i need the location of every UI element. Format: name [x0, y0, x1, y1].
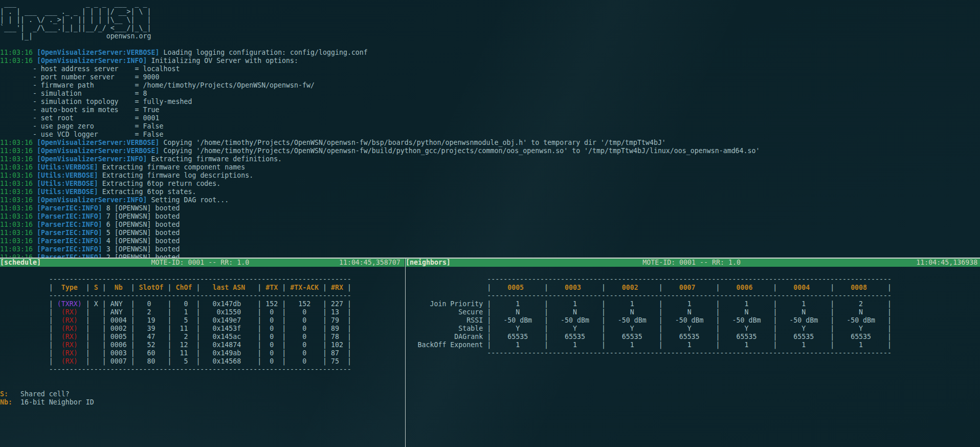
log-line: 11:03:16 [ParserIEC:INFO] 7 [OPENWSN] bo… [0, 212, 180, 220]
log-line: - simulation topology = fully-meshed [0, 98, 192, 105]
table-row: | (RX) | | 0007 | 80 | 5 | 0x14568 | 0 |… [0, 357, 351, 365]
legend-line: S: Shared cell? [0, 390, 70, 398]
log-line: 11:03:16 [OpenVisualizerServer:INFO] Ini… [0, 57, 298, 65]
table-row: | (RX) | | 0004 | 19 | 5 | 0x149e7 | 0 |… [0, 316, 351, 324]
bar-mote-id: MOTE-ID: 0001 -- RR: 1.0 [642, 259, 741, 266]
log-line: - use page zero = False [0, 122, 163, 130]
banner-line: `___'| _/\___.|_|_||__/_/ <___/|_\_| [0, 24, 151, 32]
bar-timestamp: 11:04:45,358707 [339, 259, 400, 266]
log-line: 11:03:16 [ParserIEC:INFO] 4 [OPENWSN] bo… [0, 237, 180, 245]
table-rule: ----------------------------------------… [406, 349, 892, 357]
log-line: - simulation = 8 [0, 90, 147, 97]
table-row: | (TXRX) | X | ANY | 0 | 0 | 0x147db | 1… [0, 300, 351, 308]
log-line: - auto-boot sim motes = True [0, 106, 159, 114]
table-row: | (RX) | | 0002 | 39 | 11 | 0x1453f | 0 … [0, 325, 351, 332]
table-row: Secure | N | N | N | N | N | N | N | [406, 308, 892, 316]
log-line: 11:03:16 [OpenVisualizerServer:INFO] Ext… [0, 155, 282, 163]
log-line: 11:03:16 [ParserIEC:INFO] 5 [OPENWSN] bo… [0, 229, 180, 237]
bar-timestamp: 11:04:45,136938 [916, 259, 977, 266]
log-line: - set root = 0001 [0, 114, 159, 122]
log-line: 11:03:16 [OpenVisualizerServer:VERBOSE] … [0, 147, 760, 155]
log-line: - use VCD logger = False [0, 131, 163, 138]
log-line: 11:03:16 [Utils:VERBOSE] Extracting firm… [0, 172, 253, 179]
log-line: 11:03:16 [ParserIEC:INFO] 8 [OPENWSN] bo… [0, 204, 180, 212]
log-line: 11:03:16 [OpenVisualizerServer:VERBOSE] … [0, 49, 368, 56]
log-line: 11:03:16 [OpenVisualizerServer:INFO] Set… [0, 196, 229, 204]
neighbors-pane[interactable]: ----------------------------------------… [406, 267, 980, 447]
neighbors-status-bar: [neighbors] MOTE-ID: 0001 -- RR: 1.0 11:… [406, 259, 980, 267]
log-line: 11:03:16 [Utils:VERBOSE] Extracting 6top… [0, 180, 220, 187]
table-rule: ----------------------------------------… [0, 292, 351, 300]
table-rule: ----------------------------------------… [406, 292, 892, 300]
table-row: DAGrank | 65535 | 65535 | 65535 | 65535 … [406, 333, 892, 340]
table-row: BackOff Exponent | 1 | 1 | 1 | 1 | 1 | 1… [406, 341, 892, 349]
table-row: | (RX) | | 0005 | 47 | 2 | 0x145ac | 0 |… [0, 333, 351, 340]
log-line: 11:03:16 [OpenVisualizerServer:VERBOSE] … [0, 139, 666, 146]
bar-mote-id: MOTE-ID: 0001 -- RR: 1.0 [151, 259, 250, 266]
table-header: | Type | S | Nb | SlotOf | ChOf | last A… [0, 284, 351, 291]
pane-title: [neighbors] [406, 259, 451, 266]
terminal-screen: { "banner": { "lines": [ " ___ _ _ _ ___… [0, 0, 980, 447]
banner-line: ___ _ _ _ ___ _ _ [0, 0, 151, 7]
table-row: | (RX) | | ANY | 2 | 1 | 0x1550 | 0 | 0 … [0, 308, 351, 316]
log-line: 11:03:16 [Utils:VERBOSE] Extracting firm… [0, 163, 245, 171]
log-line: 11:03:16 [Utils:VERBOSE] Extracting 6top… [0, 188, 196, 196]
table-row: | (RX) | | 0003 | 60 | 11 | 0x149ab | 0 … [0, 349, 351, 357]
banner-line: | | || . \/ ._>| ' || | | |\__ \| | [0, 16, 151, 24]
log-line: - host address server = localhost [0, 65, 180, 73]
log-line: - port number server = 9000 [0, 73, 159, 81]
table-rule: ----------------------------------------… [0, 366, 351, 373]
table-header: | 0005 | 0003 | 0002 | 0007 | 0006 | 000… [406, 284, 892, 291]
schedule-status-bar: [schedule] MOTE-ID: 0001 -- RR: 1.0 11:0… [0, 259, 405, 267]
table-rule: ----------------------------------------… [406, 275, 892, 283]
log-pane[interactable]: ___ _ _ _ ___ _ _ | . | ___ ___ ._ _ | |… [0, 0, 980, 258]
banner-line: | . | ___ ___ ._ _ | | | |/ __>| \ | [0, 8, 151, 15]
log-line: 11:03:16 [ParserIEC:INFO] 2 [OPENWSN] bo… [0, 253, 180, 258]
table-row: | (RX) | | 0006 | 52 | 12 | 0x14874 | 0 … [0, 341, 351, 349]
schedule-pane[interactable]: ----------------------------------------… [0, 267, 405, 447]
log-line: - firmware path = /home/timothy/Projects… [0, 81, 315, 89]
log-line: 11:03:16 [ParserIEC:INFO] 6 [OPENWSN] bo… [0, 221, 180, 228]
pane-title: [schedule] [0, 259, 41, 266]
table-row: Join Priority | 1 | 1 | 1 | 1 | 1 | 1 | … [406, 300, 892, 308]
banner-line: |_| openwsn.org [0, 32, 151, 40]
legend-line: Nb: 16-bit Neighbor ID [0, 398, 94, 406]
table-rule: ----------------------------------------… [0, 275, 351, 283]
table-row: RSSI | -50 dBm | -50 dBm | -50 dBm | -50… [406, 316, 892, 324]
log-line: 11:03:16 [ParserIEC:INFO] 3 [OPENWSN] bo… [0, 245, 180, 253]
table-row: Stable | Y | Y | Y | Y | Y | Y | Y | [406, 325, 892, 332]
